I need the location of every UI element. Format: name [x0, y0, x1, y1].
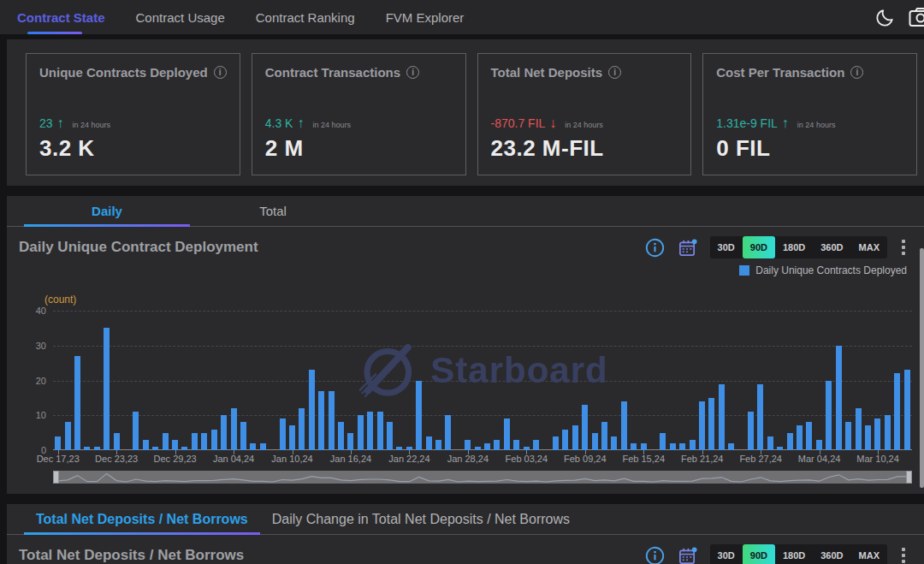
bar[interactable]	[445, 415, 451, 450]
nav-tab-contract-state[interactable]: Contract State	[17, 0, 105, 34]
bar[interactable]	[601, 422, 607, 450]
range-max-button[interactable]: MAX	[851, 544, 887, 564]
bar[interactable]	[484, 443, 490, 450]
bar[interactable]	[65, 422, 71, 450]
bar[interactable]	[172, 440, 178, 450]
nav-tab-fvm-explorer[interactable]: FVM Explorer	[386, 0, 465, 34]
bar[interactable]	[553, 436, 559, 450]
bar[interactable]	[74, 356, 80, 450]
bar[interactable]	[797, 425, 803, 450]
calendar-icon[interactable]	[678, 546, 697, 564]
bar[interactable]	[55, 436, 61, 450]
bar[interactable]	[318, 391, 324, 450]
bar[interactable]	[338, 422, 344, 450]
slider-handle-right[interactable]	[906, 471, 912, 484]
bar[interactable]	[513, 440, 519, 450]
bar[interactable]	[592, 433, 598, 450]
bar[interactable]	[816, 440, 822, 450]
bar[interactable]	[114, 433, 120, 450]
bar[interactable]	[699, 401, 705, 450]
bar[interactable]	[280, 419, 286, 450]
info-icon[interactable]: i	[608, 66, 621, 79]
bar[interactable]	[367, 412, 373, 450]
bar[interactable]	[329, 391, 335, 450]
info-icon[interactable]: i	[850, 66, 863, 79]
bar[interactable]	[562, 430, 568, 450]
page-scrollbar[interactable]	[920, 248, 924, 488]
tab-daily[interactable]: Daily	[24, 196, 190, 226]
bar[interactable]	[377, 412, 383, 450]
bar[interactable]	[387, 422, 393, 450]
kebab-menu-icon[interactable]	[900, 238, 907, 257]
tab-total-net-deposits[interactable]: Total Net Deposits / Net Borrows	[24, 504, 260, 534]
bar[interactable]	[748, 412, 754, 450]
range-180d-button[interactable]: 180D	[775, 236, 813, 258]
bar[interactable]	[708, 398, 714, 450]
range-max-button[interactable]: MAX	[851, 236, 887, 258]
bar[interactable]	[660, 433, 666, 450]
bar[interactable]	[494, 440, 500, 450]
moon-icon[interactable]	[875, 8, 895, 27]
kebab-menu-icon[interactable]	[900, 546, 907, 564]
tab-total[interactable]: Total	[190, 196, 356, 226]
bar[interactable]	[836, 346, 842, 450]
range-180d-button[interactable]: 180D	[775, 544, 813, 564]
bar[interactable]	[806, 422, 812, 450]
range-90d-button[interactable]: 90D	[743, 236, 775, 258]
bar[interactable]	[309, 370, 315, 450]
slider-handle-left[interactable]	[53, 471, 59, 484]
range-30d-button[interactable]: 30D	[710, 236, 743, 258]
bar[interactable]	[826, 381, 832, 451]
bar[interactable]	[631, 443, 637, 450]
bar[interactable]	[211, 430, 217, 450]
bar[interactable]	[504, 419, 510, 450]
bar[interactable]	[582, 405, 588, 450]
bar[interactable]	[250, 443, 256, 450]
bar[interactable]	[767, 436, 773, 450]
bar[interactable]	[416, 381, 422, 451]
info-icon[interactable]: i	[214, 66, 227, 79]
bar[interactable]	[104, 328, 110, 450]
bar[interactable]	[143, 440, 149, 450]
bar[interactable]	[533, 440, 539, 450]
bar[interactable]	[299, 408, 305, 450]
bar[interactable]	[572, 425, 578, 450]
calendar-icon[interactable]	[678, 238, 697, 258]
bar[interactable]	[465, 440, 471, 450]
bar[interactable]	[885, 415, 891, 450]
tab-daily-change-net-deposits[interactable]: Daily Change in Total Net Deposits / Net…	[260, 504, 582, 534]
bar[interactable]	[621, 401, 627, 450]
nav-tab-contract-ranking[interactable]: Contract Ranking	[256, 0, 355, 34]
bar[interactable]	[894, 373, 900, 450]
bar[interactable]	[163, 433, 169, 450]
bar[interactable]	[347, 433, 353, 450]
bar[interactable]	[192, 433, 198, 450]
bar[interactable]	[240, 422, 246, 450]
range-30d-button[interactable]: 30D	[710, 544, 743, 564]
bar[interactable]	[221, 415, 227, 450]
bar[interactable]	[874, 419, 880, 450]
bar[interactable]	[865, 425, 871, 450]
bar[interactable]	[719, 384, 725, 450]
bar[interactable]	[231, 408, 237, 450]
camera-icon[interactable]	[909, 7, 924, 27]
datazoom-slider[interactable]	[53, 471, 912, 484]
bar[interactable]	[670, 443, 676, 450]
range-360d-button[interactable]: 360D	[813, 544, 850, 564]
info-icon[interactable]	[645, 238, 665, 258]
bar[interactable]	[133, 412, 139, 450]
nav-tab-contract-usage[interactable]: Contract Usage	[136, 0, 225, 34]
bar[interactable]	[757, 384, 763, 450]
bar[interactable]	[201, 433, 207, 450]
bar[interactable]	[690, 440, 696, 450]
bar[interactable]	[728, 443, 734, 450]
bar[interactable]	[358, 415, 364, 450]
bar[interactable]	[679, 443, 685, 450]
bar[interactable]	[426, 436, 432, 450]
bar[interactable]	[611, 436, 617, 450]
chart-legend[interactable]: Daily Unique Contracts Deployed	[7, 261, 924, 280]
bar[interactable]	[845, 422, 851, 450]
range-90d-button[interactable]: 90D	[743, 544, 775, 564]
bar[interactable]	[856, 408, 862, 450]
range-360d-button[interactable]: 360D	[813, 236, 850, 258]
